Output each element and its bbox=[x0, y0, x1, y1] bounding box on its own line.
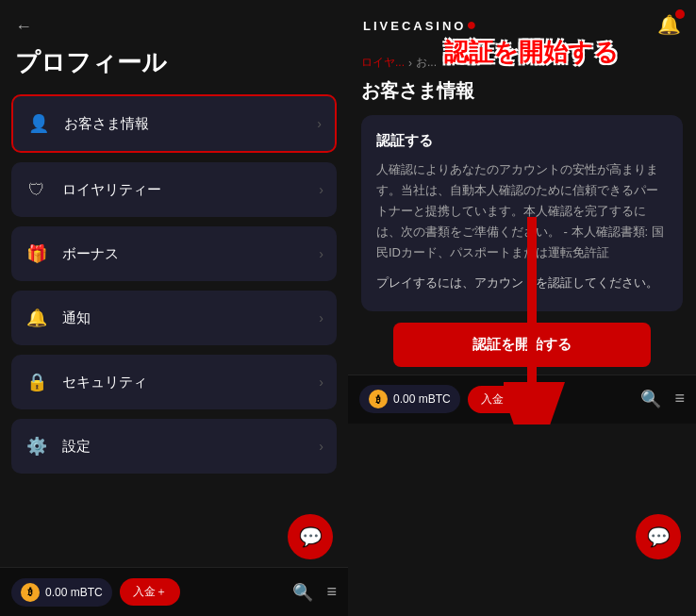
menu-item-loyalty[interactable]: 🛡 ロイヤリティー › bbox=[11, 162, 337, 217]
breadcrumb-link[interactable]: ロイヤ... bbox=[361, 55, 405, 71]
balance-text: 0.00 mBTC bbox=[45, 586, 103, 599]
notification-button[interactable]: 🔔 bbox=[657, 13, 681, 36]
balance-text: 0.00 mBTC bbox=[393, 392, 451, 406]
balance-badge: ₿ 0.00 mBTC bbox=[11, 578, 112, 607]
verification-card: 認証する 人確認によりあなたのアカウントの安​性が高まります。当社は、自動本人確… bbox=[361, 115, 683, 311]
annotation-text: 認証を開始する bbox=[444, 38, 619, 66]
right-bottom-bar: ₿ 0.00 mBTC 入金＋ 🔍 ≡ bbox=[348, 375, 696, 424]
notification-badge bbox=[675, 9, 685, 19]
chevron-right-icon: › bbox=[319, 310, 323, 325]
menu-list: 👤 お客さま情報 › 🛡 ロイヤリティー › 🎁 ボーナス › 🔔 通知 › 🔒… bbox=[0, 94, 348, 567]
logo-dot: ● bbox=[466, 15, 476, 34]
card-heading: 認証する bbox=[376, 132, 668, 150]
notification-icon: 🔔 bbox=[25, 306, 49, 330]
menu-icon[interactable]: ≡ bbox=[326, 582, 337, 603]
menu-item-label: 通知 bbox=[62, 309, 319, 327]
chat-icon: 💬 bbox=[299, 525, 323, 548]
menu-item-security[interactable]: 🔒 セキュリティ › bbox=[11, 355, 337, 409]
bottom-icons: 🔍 ≡ bbox=[640, 389, 685, 409]
menu-item-label: 設定 bbox=[62, 438, 319, 456]
right-panel: LIVECASINO● 🔔 認証を開始する ロイヤ... › お... お客さま… bbox=[348, 0, 696, 616]
menu-item-label: お客さま情報 bbox=[64, 115, 317, 133]
right-fab-button[interactable]: 💬 bbox=[636, 514, 681, 559]
loyalty-icon: 🛡 bbox=[25, 177, 49, 202]
menu-item-notifications[interactable]: 🔔 通知 › bbox=[11, 291, 337, 345]
left-header: ← bbox=[0, 0, 348, 46]
chevron-right-icon: › bbox=[317, 116, 322, 131]
settings-icon: ⚙️ bbox=[25, 434, 49, 458]
menu-item-customer[interactable]: 👤 お客さま情報 › bbox=[11, 94, 337, 153]
chevron-right-icon: › bbox=[319, 375, 323, 390]
menu-icon[interactable]: ≡ bbox=[674, 389, 685, 409]
bonus-icon: 🎁 bbox=[25, 241, 49, 266]
deposit-button[interactable]: 入金＋ bbox=[120, 578, 180, 606]
chevron-right-icon: › bbox=[319, 182, 323, 197]
card-body-highlight: プレイするには、アカウントを認証してください。 bbox=[376, 273, 668, 293]
search-icon[interactable]: 🔍 bbox=[292, 582, 313, 603]
balance-badge: ₿ 0.00 mBTC bbox=[359, 385, 460, 413]
section-title: お客さま情報 bbox=[361, 78, 683, 104]
coin-icon: ₿ bbox=[369, 390, 388, 408]
left-fab-button[interactable]: 💬 bbox=[288, 514, 333, 559]
card-body: 人確認によりあなたのアカウントの安​性が高まります。当社は、自動本人確認のために… bbox=[376, 159, 668, 263]
menu-item-label: セキュリティ bbox=[62, 374, 319, 391]
left-panel: ← プロフィール 👤 お客さま情報 › 🛡 ロイヤリティー › 🎁 ボーナス ›… bbox=[0, 0, 348, 616]
page-title: プロフィール bbox=[0, 46, 348, 94]
search-icon[interactable]: 🔍 bbox=[640, 389, 661, 409]
coin-icon: ₿ bbox=[21, 583, 40, 602]
bottom-icons: 🔍 ≡ bbox=[292, 582, 337, 603]
content-area: ロイヤ... › お... お客さま情報 認証する 人確認によりあなたのアカウン… bbox=[348, 43, 696, 375]
annotation-overlay: 認証を開始する bbox=[405, 36, 658, 69]
chevron-right-icon: › bbox=[319, 439, 323, 454]
chat-icon: 💬 bbox=[647, 525, 671, 548]
customer-icon: 👤 bbox=[26, 111, 51, 136]
left-bottom-bar: ₿ 0.00 mBTC 入金＋ 🔍 ≡ bbox=[0, 567, 348, 616]
menu-item-settings[interactable]: ⚙️ 設定 › bbox=[11, 419, 337, 474]
deposit-button[interactable]: 入金＋ bbox=[468, 386, 528, 413]
menu-item-bonus[interactable]: 🎁 ボーナス › bbox=[11, 226, 337, 281]
security-icon: 🔒 bbox=[25, 370, 49, 394]
logo: LIVECASINO● bbox=[363, 15, 476, 35]
menu-item-label: ロイヤリティー bbox=[62, 181, 319, 199]
chevron-right-icon: › bbox=[319, 246, 323, 261]
back-button[interactable]: ← bbox=[15, 17, 32, 37]
start-verification-button[interactable]: 認証を開始する bbox=[393, 323, 651, 367]
logo-text: LIVECASINO bbox=[363, 19, 466, 33]
menu-item-label: ボーナス bbox=[62, 245, 319, 263]
